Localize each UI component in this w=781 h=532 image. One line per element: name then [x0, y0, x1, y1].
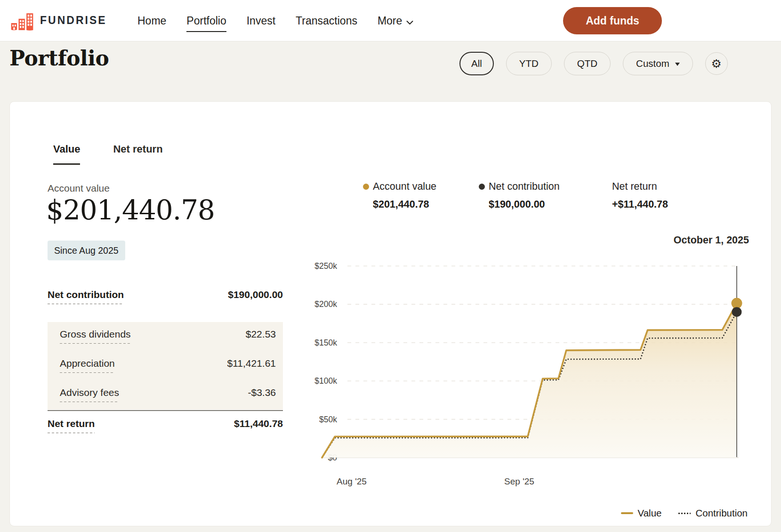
caret-down-icon [675, 63, 680, 66]
value-line-sample-icon [621, 512, 633, 515]
net-return-value: $11,440.78 [234, 418, 283, 429]
legend-contribution-label: Contribution [695, 508, 748, 519]
advisory-fees-row: Advisory fees -$3.36 [60, 387, 276, 402]
legend-net-return-label: Net return [612, 181, 657, 193]
appreciation-label[interactable]: Appreciation [60, 358, 115, 373]
chart-svg: $0$50k$100k$150k$200k$250kAug '25Sep '25… [292, 226, 768, 495]
settings-button[interactable]: ⚙ [705, 52, 728, 75]
svg-text:$200k: $200k [314, 299, 337, 309]
svg-text:October 1, 2025: October 1, 2025 [674, 234, 749, 246]
legend-value-label: Value [638, 508, 662, 519]
chart-bottom-legend: Value Contribution [621, 508, 748, 519]
account-value-label: Account value [48, 183, 110, 194]
svg-text:$250k: $250k [314, 261, 337, 271]
legend-net-return: Net return +$11,440.78 [612, 181, 668, 210]
net-contribution-row: Net contribution $190,000.00 [48, 289, 283, 304]
legend-net-contribution: Net contribution $190,000.00 [479, 181, 560, 210]
gear-icon: ⚙ [711, 57, 722, 71]
buildings-logo-icon [10, 10, 34, 32]
time-range-filters: All YTD QTD Custom ⚙ [459, 52, 728, 75]
tab-net-return[interactable]: Net return [113, 143, 162, 165]
add-funds-button[interactable]: Add funds [563, 7, 662, 34]
net-return-label[interactable]: Net return [48, 418, 95, 433]
appreciation-row: Appreciation $11,421.61 [60, 358, 276, 373]
advisory-fees-label[interactable]: Advisory fees [60, 387, 119, 402]
net-contribution-dot-icon [479, 184, 485, 190]
chevron-down-icon [406, 15, 413, 28]
legend-account-value-label: Account value [373, 181, 436, 193]
nav-item-more[interactable]: More [378, 14, 413, 28]
since-badge: Since Aug 2025 [48, 241, 125, 260]
legend-item-contribution: Contribution [678, 508, 748, 519]
legend-net-return-amount: +$11,440.78 [612, 199, 668, 210]
filter-ytd[interactable]: YTD [506, 52, 552, 75]
svg-text:$100k: $100k [314, 376, 337, 386]
legend-account-value: Account value $201,440.78 [363, 181, 436, 210]
appreciation-value: $11,421.61 [227, 358, 276, 369]
nav-item-home[interactable]: Home [137, 15, 166, 27]
legend-account-value-amount: $201,440.78 [373, 199, 436, 210]
legend-item-value: Value [621, 508, 662, 519]
legend-net-contribution-amount: $190,000.00 [489, 199, 560, 210]
nav-item-invest[interactable]: Invest [247, 15, 275, 27]
net-contribution-label[interactable]: Net contribution [48, 289, 124, 304]
gross-dividends-label[interactable]: Gross dividends [60, 329, 131, 344]
gross-dividends-row: Gross dividends $22.53 [60, 329, 276, 344]
breakdown-box: Gross dividends $22.53 Appreciation $11,… [48, 322, 283, 410]
account-value-dot-icon [363, 184, 369, 190]
chart-tabs: Value Net return [53, 143, 163, 165]
page-title: Portfolio [9, 46, 109, 70]
tab-value[interactable]: Value [53, 143, 80, 165]
filter-qtd[interactable]: QTD [564, 52, 611, 75]
advisory-fees-value: -$3.36 [248, 387, 276, 398]
legend-net-contribution-label: Net contribution [489, 181, 560, 193]
filter-all[interactable]: All [459, 52, 494, 75]
portfolio-page: FUNDRISE Home Portfolio Invest Transacti… [0, 0, 781, 532]
account-value-chart[interactable]: $0$50k$100k$150k$200k$250kAug '25Sep '25… [292, 226, 768, 495]
svg-text:Sep '25: Sep '25 [504, 476, 534, 486]
svg-text:$50k: $50k [319, 415, 337, 424]
fundrise-logo[interactable]: FUNDRISE [10, 10, 107, 32]
contribution-line-sample-icon [678, 513, 691, 514]
filter-custom[interactable]: Custom [623, 52, 693, 75]
nav-links: Home Portfolio Invest Transactions More [137, 0, 413, 41]
top-navigation: FUNDRISE Home Portfolio Invest Transacti… [0, 0, 781, 41]
svg-text:Aug '25: Aug '25 [337, 476, 367, 486]
portfolio-card: Value Net return Account value $201,440.… [9, 101, 772, 526]
account-value-amount: $201,440.78 [46, 194, 215, 226]
nav-item-transactions[interactable]: Transactions [296, 15, 357, 27]
net-contribution-value: $190,000.00 [228, 289, 283, 300]
gross-dividends-value: $22.53 [246, 329, 276, 340]
table-divider [48, 410, 283, 411]
svg-text:$150k: $150k [314, 338, 337, 347]
net-return-row: Net return $11,440.78 [48, 418, 283, 433]
brand-name: FUNDRISE [40, 14, 107, 27]
nav-item-portfolio[interactable]: Portfolio [186, 15, 226, 27]
